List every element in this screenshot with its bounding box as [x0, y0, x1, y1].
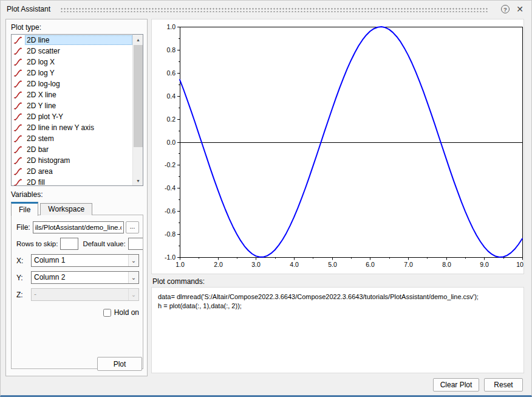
curve-icon — [13, 156, 23, 165]
variables-label: Variables: — [11, 190, 43, 199]
list-scrollbar[interactable]: ▲ ▼ — [132, 35, 143, 185]
plot-canvas: 1.00.80.60.40.20.0-0.2-0.4-0.6-0.8-1.01.… — [152, 19, 523, 274]
scroll-up-icon[interactable]: ▲ — [133, 35, 143, 44]
titlebar: Plot Assistant ? ✕ — [1, 1, 531, 18]
z-label: Z: — [16, 291, 29, 299]
plot-type-item[interactable]: 2D area — [12, 166, 132, 177]
tab-workspace[interactable]: Workspace — [40, 203, 92, 215]
plot-type-item[interactable]: 2D Y line — [12, 100, 132, 111]
curve-icon — [13, 167, 23, 176]
plot-type-item[interactable]: 2D scatter — [12, 46, 132, 57]
clear-plot-button[interactable]: Clear Plot — [433, 378, 479, 392]
close-icon: ✕ — [516, 4, 523, 14]
plot-commands-label: Plot commands: — [152, 277, 205, 286]
plot-type-item-label: 2D fill — [25, 178, 132, 185]
plot-type-item[interactable]: 2D fill — [12, 177, 132, 185]
y-tick-label: -0.8 — [165, 230, 176, 238]
plot-type-item-label: 2D line in new Y axis — [25, 123, 132, 133]
curve-icon — [13, 123, 23, 133]
plot-commands-box: data= dlmread('S:/Altair/Compose2022.3.6… — [151, 287, 524, 373]
plot-type-item[interactable]: 2D line in new Y axis — [12, 122, 132, 133]
plot-type-item[interactable]: 2D stem — [12, 133, 132, 144]
browse-button[interactable]: ... — [126, 221, 139, 233]
variables-tabs: File Workspace — [11, 201, 94, 215]
curve-icon — [13, 58, 23, 67]
y-label: Y: — [16, 274, 29, 282]
plot-type-item-label: 2D X line — [25, 90, 132, 100]
plot-type-item[interactable]: 2D plot Y-Y — [12, 111, 132, 122]
y-tick-label: 0.8 — [166, 46, 176, 54]
plot-type-item-label: 2D area — [25, 167, 132, 176]
drag-handle[interactable] — [60, 7, 488, 12]
plot-button[interactable]: Plot — [97, 357, 142, 371]
x-tick-label: 5.0 — [328, 261, 337, 268]
plot-type-item[interactable]: 2D log-log — [12, 78, 132, 89]
scroll-down-icon[interactable]: ▼ — [133, 176, 143, 185]
y-tick-label: -0.4 — [165, 184, 176, 192]
z-column-value: - — [34, 289, 36, 300]
x-tick-label: 1.0 — [176, 261, 185, 268]
y-tick-label: -0.6 — [165, 207, 176, 215]
y-tick-label: -0.2 — [165, 161, 176, 168]
plot-type-item-label: 2D log-log — [25, 79, 132, 89]
y-tick-label: 0.2 — [166, 116, 176, 123]
y-column-value: Column 2 — [34, 272, 65, 283]
chevron-down-icon[interactable]: ⌄ — [128, 255, 138, 266]
command-line: data= dlmread('S:/Altair/Compose2022.3.6… — [158, 292, 517, 302]
plot-type-item[interactable]: 2D log X — [12, 57, 132, 67]
command-line: h = plot(data(:, 1),data(:, 2)); — [158, 302, 517, 311]
plot-type-item-label: 2D line — [25, 35, 132, 45]
y-tick-label: 0.6 — [166, 69, 176, 77]
rows-to-skip-input[interactable] — [60, 238, 78, 250]
plot-type-item[interactable]: 2D line — [12, 35, 132, 46]
settings-panel: Plot type: 2D line2D scatter2D log X2D l… — [5, 19, 148, 376]
curve-icon — [13, 47, 23, 56]
plot-display-panel: 1.00.80.60.40.20.0-0.2-0.4-0.6-0.8-1.01.… — [151, 19, 524, 274]
reset-button[interactable]: Reset — [484, 378, 523, 392]
file-tab-content: File: ... Rows to skip: Default value: X… — [11, 215, 143, 369]
hold-on-label: Hold on — [114, 308, 139, 317]
y-tick-label: 1.0 — [166, 23, 176, 30]
y-tick-label: 0.0 — [166, 139, 176, 146]
help-button[interactable]: ? — [500, 4, 511, 15]
plot-type-item[interactable]: 2D log Y — [12, 67, 132, 78]
tab-file[interactable]: File — [11, 202, 38, 216]
plot-type-item[interactable]: 2D X line — [12, 89, 132, 100]
y-tick-label: -1.0 — [165, 254, 176, 261]
hold-on-checkbox[interactable] — [103, 309, 111, 317]
plot-type-item-label: 2D Y line — [25, 101, 132, 111]
y-tick-label: 0.4 — [166, 92, 176, 100]
plot-type-item[interactable]: 2D histogram — [12, 155, 132, 166]
plot-type-item-label: 2D plot Y-Y — [25, 112, 132, 122]
rows-to-skip-label: Rows to skip: — [16, 240, 58, 247]
x-tick-label: 3.0 — [251, 261, 261, 268]
help-icon: ? — [501, 5, 510, 13]
curve-icon — [13, 91, 23, 100]
curve-icon — [13, 80, 23, 89]
x-column-select[interactable]: Column 1 ⌄ — [31, 254, 139, 267]
curve-icon — [13, 69, 23, 78]
file-path-input[interactable] — [33, 221, 124, 233]
x-label: X: — [16, 257, 29, 265]
scrollbar-thumb[interactable] — [134, 45, 143, 147]
x-tick-label: 10.0 — [516, 261, 523, 268]
plot-type-item-label: 2D stem — [25, 134, 132, 143]
y-column-select[interactable]: Column 2 ⌄ — [31, 271, 139, 284]
chevron-down-icon: ⌄ — [128, 289, 138, 300]
close-button[interactable]: ✕ — [514, 4, 525, 15]
x-tick-label: 9.0 — [480, 261, 489, 268]
chevron-down-icon[interactable]: ⌄ — [128, 272, 138, 283]
x-tick-label: 7.0 — [404, 261, 413, 268]
pane-title: Plot Assistant — [7, 5, 50, 13]
file-label: File: — [16, 223, 30, 232]
curve-icon — [13, 102, 23, 111]
default-value-input[interactable] — [128, 238, 143, 250]
curve-icon — [13, 145, 23, 154]
plot-type-item-label: 2D log X — [25, 57, 132, 67]
curve-icon — [13, 134, 23, 143]
plot-type-label: Plot type: — [11, 23, 41, 32]
z-column-select: - ⌄ — [31, 288, 139, 301]
plot-type-item-label: 2D histogram — [25, 156, 132, 165]
plot-type-item[interactable]: 2D bar — [12, 144, 132, 155]
plot-type-list: 2D line2D scatter2D log X2D log Y2D log-… — [12, 35, 132, 185]
